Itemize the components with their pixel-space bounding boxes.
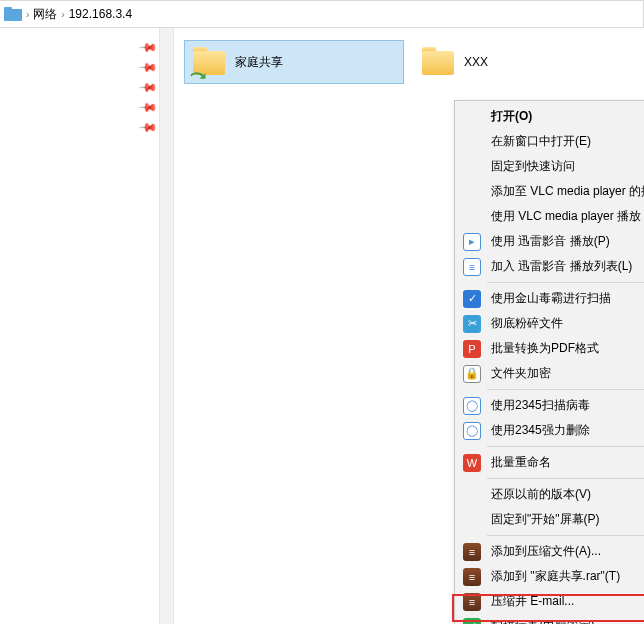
ctx-pdf[interactable]: P 批量转换为PDF格式 [457, 336, 644, 361]
address-bar[interactable]: › 网络 › 192.168.3.4 [0, 0, 644, 28]
folder-item[interactable]: XXX [414, 40, 634, 84]
lock-icon: 🔒 [463, 365, 481, 383]
location-icon [4, 7, 22, 21]
pin-icon: 📌 [138, 77, 158, 97]
archive-icon: ≡ [463, 568, 481, 586]
pdf-icon: P [463, 340, 481, 358]
folder-label: 家庭共享 [235, 54, 283, 71]
media-icon: ▸ [463, 233, 481, 251]
breadcrumb-segment[interactable]: 192.168.3.4 [69, 7, 132, 21]
separator [487, 389, 644, 390]
ctx-xunlei-play[interactable]: ▸ 使用 迅雷影音 播放(P) [457, 229, 644, 254]
shield-icon: ✓ [463, 290, 481, 308]
ctx-2345-scan[interactable]: ◯ 使用2345扫描病毒 [457, 393, 644, 418]
folder-item-selected[interactable]: 家庭共享 [184, 40, 404, 84]
ctx-encrypt[interactable]: 🔒 文件夹加密 [457, 361, 644, 386]
list-icon: ≡ [463, 258, 481, 276]
pin-icon: 📌 [138, 57, 158, 77]
separator [487, 282, 644, 283]
folder-icon [420, 47, 456, 77]
ctx-xunlei-list[interactable]: ≡ 加入 迅雷影音 播放列表(L) [457, 254, 644, 279]
ctx-add-rar[interactable]: ≡ 添加到 "家庭共享.rar"(T) [457, 564, 644, 589]
separator [487, 446, 644, 447]
ctx-add-archive[interactable]: ≡ 添加到压缩文件(A)... [457, 539, 644, 564]
shared-folder-icon [191, 47, 227, 77]
pin-icon: 📌 [138, 117, 158, 137]
ctx-pin-quick-access[interactable]: 固定到快速访问 [457, 154, 644, 179]
nav-gutter: 📌 📌 📌 📌 📌 [0, 28, 160, 624]
ctx-vlc-play[interactable]: 使用 VLC media player 播放 [457, 204, 644, 229]
ctx-shred[interactable]: ✂ 彻底粉碎文件 [457, 311, 644, 336]
ctx-open[interactable]: 打开(O) [457, 104, 644, 129]
shield-icon: ◯ [463, 397, 481, 415]
wps-icon: W [463, 454, 481, 472]
ctx-2345-delete[interactable]: ◯ 使用2345强力删除 [457, 418, 644, 443]
pin-icon: 📌 [138, 37, 158, 57]
context-menu: 打开(O) 在新窗口中打开(E) 固定到快速访问 添加至 VLC media p… [454, 100, 644, 624]
shield-icon: ◯ [463, 422, 481, 440]
ctx-open-new-window[interactable]: 在新窗口中打开(E) [457, 129, 644, 154]
archive-icon: ≡ [463, 593, 481, 611]
breadcrumb-segment[interactable]: 网络 [33, 6, 57, 23]
archive-icon: ≡ [463, 543, 481, 561]
shield-icon: ✓ [463, 618, 481, 625]
chevron-right-icon: › [26, 9, 29, 20]
scroll-strip[interactable] [160, 28, 174, 624]
ctx-zip-email[interactable]: ≡ 压缩并 E-mail... [457, 589, 644, 614]
shred-icon: ✂ [463, 315, 481, 333]
separator [487, 478, 644, 479]
chevron-right-icon: › [61, 9, 64, 20]
ctx-scan-virus[interactable]: ✓ 扫描病毒(电脑管家) [457, 614, 644, 624]
ctx-wps-rename[interactable]: W 批量重命名 [457, 450, 644, 475]
ctx-previous-versions[interactable]: 还原以前的版本(V) [457, 482, 644, 507]
ctx-pin-start[interactable]: 固定到"开始"屏幕(P) [457, 507, 644, 532]
ctx-jinshan-scan[interactable]: ✓ 使用金山毒霸进行扫描 [457, 286, 644, 311]
pin-icon: 📌 [138, 97, 158, 117]
separator [487, 535, 644, 536]
folder-label: XXX [464, 55, 488, 69]
ctx-vlc-playlist[interactable]: 添加至 VLC media player 的播放列表 [457, 179, 644, 204]
workspace: 📌 📌 📌 📌 📌 家庭共享 XXX 打开(O) 在新窗口中打开(E) [0, 28, 644, 624]
content-pane[interactable]: 家庭共享 XXX 打开(O) 在新窗口中打开(E) 固定到快速访问 添加至 VL… [174, 28, 644, 624]
